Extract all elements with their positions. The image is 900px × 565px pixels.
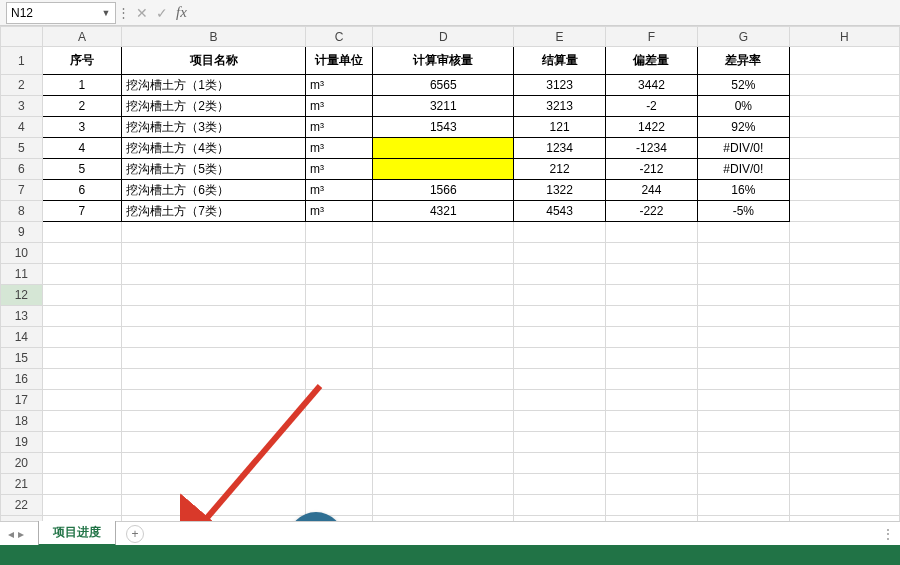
cell-D14[interactable]	[373, 327, 514, 348]
worksheet[interactable]: ABCDEFGH 1序号项目名称计量单位计算审核量结算量偏差量差异率21挖沟槽土…	[0, 26, 900, 521]
cell-G9[interactable]	[697, 222, 789, 243]
cell-B19[interactable]	[122, 432, 306, 453]
cell-C12[interactable]	[305, 285, 372, 306]
cell-E17[interactable]	[514, 390, 606, 411]
cell-D20[interactable]	[373, 453, 514, 474]
cell-F16[interactable]	[606, 369, 698, 390]
formula-input[interactable]	[193, 2, 900, 24]
cell-H14[interactable]	[789, 327, 899, 348]
cell-E21[interactable]	[514, 474, 606, 495]
row-header-3[interactable]: 3	[1, 96, 43, 117]
cell-E7[interactable]: 1322	[514, 180, 606, 201]
cell-A13[interactable]	[42, 306, 122, 327]
cell-E10[interactable]	[514, 243, 606, 264]
cell-A1[interactable]: 序号	[42, 47, 122, 75]
cell-B17[interactable]	[122, 390, 306, 411]
cell-E18[interactable]	[514, 411, 606, 432]
cell-H15[interactable]	[789, 348, 899, 369]
cell-B8[interactable]: 挖沟槽土方（7类）	[122, 201, 306, 222]
cell-B10[interactable]	[122, 243, 306, 264]
cell-D8[interactable]: 4321	[373, 201, 514, 222]
row-header-7[interactable]: 7	[1, 180, 43, 201]
cell-B12[interactable]	[122, 285, 306, 306]
cell-C2[interactable]: m³	[305, 75, 372, 96]
cell-H1[interactable]	[789, 47, 899, 75]
cell-F17[interactable]	[606, 390, 698, 411]
cell-B15[interactable]	[122, 348, 306, 369]
cell-B9[interactable]	[122, 222, 306, 243]
cell-F4[interactable]: 1422	[606, 117, 698, 138]
cell-F18[interactable]	[606, 411, 698, 432]
cell-A3[interactable]: 2	[42, 96, 122, 117]
cell-C22[interactable]	[305, 495, 372, 516]
cell-B18[interactable]	[122, 411, 306, 432]
cell-C17[interactable]	[305, 390, 372, 411]
cell-F5[interactable]: -1234	[606, 138, 698, 159]
col-header-E[interactable]: E	[514, 27, 606, 47]
col-header-D[interactable]: D	[373, 27, 514, 47]
cell-F6[interactable]: -212	[606, 159, 698, 180]
row-header-8[interactable]: 8	[1, 201, 43, 222]
cell-G21[interactable]	[697, 474, 789, 495]
sheet-tab[interactable]: 项目进度	[38, 521, 116, 546]
tab-nav-prev-icon[interactable]: ◂	[8, 527, 14, 541]
cell-B7[interactable]: 挖沟槽土方（6类）	[122, 180, 306, 201]
row-header-12[interactable]: 12	[1, 285, 43, 306]
cell-D18[interactable]	[373, 411, 514, 432]
cell-H9[interactable]	[789, 222, 899, 243]
cell-F14[interactable]	[606, 327, 698, 348]
cell-G10[interactable]	[697, 243, 789, 264]
cell-E11[interactable]	[514, 264, 606, 285]
cell-D13[interactable]	[373, 306, 514, 327]
cell-D15[interactable]	[373, 348, 514, 369]
row-header-2[interactable]: 2	[1, 75, 43, 96]
cell-B13[interactable]	[122, 306, 306, 327]
row-header-20[interactable]: 20	[1, 453, 43, 474]
tab-nav-next-icon[interactable]: ▸	[18, 527, 24, 541]
cell-C21[interactable]	[305, 474, 372, 495]
row-header-14[interactable]: 14	[1, 327, 43, 348]
cell-D19[interactable]	[373, 432, 514, 453]
cell-B20[interactable]	[122, 453, 306, 474]
cell-E20[interactable]	[514, 453, 606, 474]
row-header-5[interactable]: 5	[1, 138, 43, 159]
cell-C8[interactable]: m³	[305, 201, 372, 222]
cell-H17[interactable]	[789, 390, 899, 411]
cell-A4[interactable]: 3	[42, 117, 122, 138]
cell-C15[interactable]	[305, 348, 372, 369]
cell-G3[interactable]: 0%	[697, 96, 789, 117]
cell-F10[interactable]	[606, 243, 698, 264]
cell-A2[interactable]: 1	[42, 75, 122, 96]
add-sheet-button[interactable]: +	[126, 525, 144, 543]
cell-A12[interactable]	[42, 285, 122, 306]
cell-D5[interactable]	[373, 138, 514, 159]
cell-C10[interactable]	[305, 243, 372, 264]
confirm-icon[interactable]: ✓	[156, 5, 168, 21]
cell-H21[interactable]	[789, 474, 899, 495]
col-header-H[interactable]: H	[789, 27, 899, 47]
cell-G6[interactable]: #DIV/0!	[697, 159, 789, 180]
cell-B21[interactable]	[122, 474, 306, 495]
cell-E4[interactable]: 121	[514, 117, 606, 138]
cell-B14[interactable]	[122, 327, 306, 348]
cell-G11[interactable]	[697, 264, 789, 285]
cell-H12[interactable]	[789, 285, 899, 306]
cell-E8[interactable]: 4543	[514, 201, 606, 222]
row-header-15[interactable]: 15	[1, 348, 43, 369]
cell-B5[interactable]: 挖沟槽土方（4类）	[122, 138, 306, 159]
row-header-17[interactable]: 17	[1, 390, 43, 411]
cell-B2[interactable]: 挖沟槽土方（1类）	[122, 75, 306, 96]
col-header-G[interactable]: G	[697, 27, 789, 47]
cell-H11[interactable]	[789, 264, 899, 285]
cell-C7[interactable]: m³	[305, 180, 372, 201]
row-header-1[interactable]: 1	[1, 47, 43, 75]
cell-G7[interactable]: 16%	[697, 180, 789, 201]
cell-C5[interactable]: m³	[305, 138, 372, 159]
cell-D10[interactable]	[373, 243, 514, 264]
cell-G12[interactable]	[697, 285, 789, 306]
cell-E2[interactable]: 3123	[514, 75, 606, 96]
row-header-9[interactable]: 9	[1, 222, 43, 243]
cell-E15[interactable]	[514, 348, 606, 369]
fx-icon[interactable]: fx	[176, 4, 187, 21]
row-header-18[interactable]: 18	[1, 411, 43, 432]
